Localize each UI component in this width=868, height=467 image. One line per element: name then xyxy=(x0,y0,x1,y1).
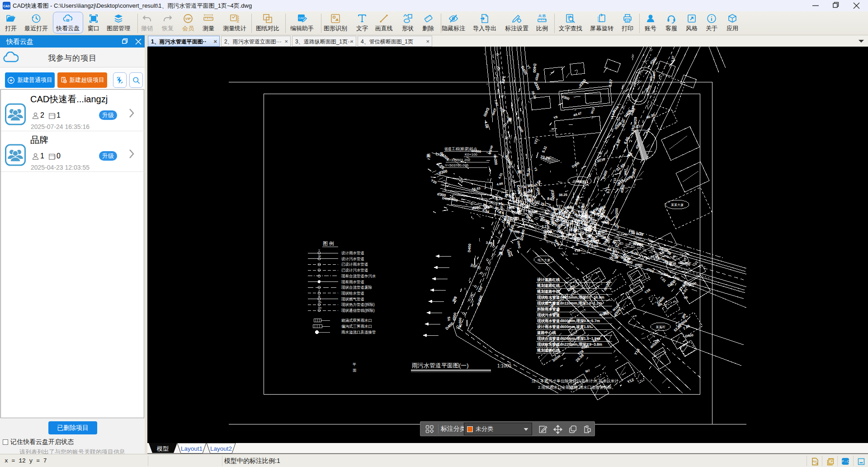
svg-text:D400: D400 xyxy=(449,196,458,203)
svg-text:Y5: Y5 xyxy=(447,316,451,321)
svg-text:现状雨水管道d800mm,埋深0.9~5.7m: 现状雨水管道d800mm,埋深0.9~5.7m xyxy=(537,319,600,323)
svg-text:d300: d300 xyxy=(472,205,481,210)
svg-text:W12: W12 xyxy=(590,107,595,114)
svg-text:D400: D400 xyxy=(532,63,537,73)
svg-text:d300: d300 xyxy=(517,125,524,133)
svg-text:3.99: 3.99 xyxy=(486,241,492,245)
svg-text:7.06: 7.06 xyxy=(437,162,445,170)
svg-text:现有雨水管道: 现有雨水管道 xyxy=(341,280,364,284)
svg-text:W8: W8 xyxy=(681,313,687,319)
svg-text:某某大厦: 某某大厦 xyxy=(671,203,684,207)
svg-text:W27: W27 xyxy=(624,169,627,176)
svg-text:J: J xyxy=(318,289,320,292)
svg-text:VIP: VIP xyxy=(185,17,192,21)
svg-text:8.52: 8.52 xyxy=(547,196,555,201)
svg-text:面: 面 xyxy=(353,368,357,372)
svg-text:指北针: 指北针 xyxy=(632,124,642,129)
svg-text:W2: W2 xyxy=(594,239,600,243)
svg-text:R: R xyxy=(318,295,321,298)
svg-text:d300: d300 xyxy=(438,169,448,175)
svg-text:Dx: Dx xyxy=(318,306,321,309)
svg-text:Layout2: Layout2 xyxy=(210,445,232,452)
svg-text:现状热力管道(拆除): 现状热力管道(拆除) xyxy=(341,302,375,307)
svg-text:d300: d300 xyxy=(561,95,571,101)
svg-text:雨污水管道平面图(一): 雨污水管道平面图(一) xyxy=(412,362,469,369)
svg-text:X=318501.202: X=318501.202 xyxy=(447,158,471,162)
svg-text:4.72: 4.72 xyxy=(645,127,651,134)
svg-text:D400: D400 xyxy=(666,278,676,288)
svg-text:Y27: Y27 xyxy=(533,138,539,145)
svg-text:W7: W7 xyxy=(585,369,590,373)
svg-text:dn200: dn200 xyxy=(614,208,619,219)
svg-text:已设计雨水管道: 已设计雨水管道 xyxy=(341,262,368,267)
svg-text:W28: W28 xyxy=(636,232,644,237)
svg-text:D400: D400 xyxy=(593,222,598,231)
svg-text:注:1.本图尺寸单位除管径以毫米计外,其余以米计。: 注:1.本图尺寸单位除管径以毫米计外,其余以米计。 xyxy=(532,379,623,383)
svg-text:d300: d300 xyxy=(491,108,497,115)
svg-text:现状给水管道dn315mm,埋深0.7~14.9m: 现状给水管道dn315mm,埋深0.7~14.9m xyxy=(537,295,604,300)
svg-text:K0+100: K0+100 xyxy=(465,152,477,157)
svg-text:dn600: dn600 xyxy=(574,195,580,205)
svg-text:省道工程(桥梁)起点: 省道工程(桥梁)起点 xyxy=(444,147,477,151)
svg-text:d300: d300 xyxy=(536,187,541,195)
svg-text:46.23: 46.23 xyxy=(525,168,531,177)
svg-text:Y11: Y11 xyxy=(613,178,617,184)
svg-text:35.91: 35.91 xyxy=(621,119,626,128)
svg-text:d300: d300 xyxy=(543,229,552,234)
svg-text:Y12: Y12 xyxy=(574,248,581,253)
svg-text:D400: D400 xyxy=(571,161,580,169)
svg-text:D400: D400 xyxy=(635,263,642,267)
svg-text:5.11: 5.11 xyxy=(541,145,548,153)
svg-text:4.08: 4.08 xyxy=(484,121,489,129)
svg-text:Layout1: Layout1 xyxy=(181,445,203,452)
svg-text:A:B: A:B xyxy=(538,14,546,18)
svg-text:规划道路红线: 规划道路红线 xyxy=(537,348,560,353)
svg-text:dn300: dn300 xyxy=(577,219,588,224)
svg-text:4.88: 4.88 xyxy=(496,182,503,186)
svg-text:7.01: 7.01 xyxy=(659,276,667,283)
svg-text:PDF: PDF xyxy=(829,458,834,461)
svg-text:现状合流管道d600mm,埋深1.5~1.9m: 现状合流管道d600mm,埋深1.5~1.9m xyxy=(537,336,600,341)
svg-text:56.63: 56.63 xyxy=(472,186,481,191)
svg-text:20.59: 20.59 xyxy=(575,353,585,363)
svg-text:d300: d300 xyxy=(506,249,512,257)
svg-text:d300: d300 xyxy=(646,267,655,274)
svg-text:设计雨水管道: 设计雨水管道 xyxy=(341,251,364,255)
svg-text:44.47: 44.47 xyxy=(573,111,582,117)
svg-text:图 例: 图 例 xyxy=(323,241,334,246)
svg-text:Y20: Y20 xyxy=(477,286,484,293)
svg-text:d300: d300 xyxy=(652,71,656,79)
svg-text:Y3: Y3 xyxy=(533,167,538,172)
svg-text:d300: d300 xyxy=(534,72,540,81)
svg-text:d300: d300 xyxy=(578,78,587,88)
svg-text:拆除雨水管道: 拆除雨水管道 xyxy=(537,307,560,311)
svg-text:d300: d300 xyxy=(583,215,590,218)
svg-text:Y9: Y9 xyxy=(683,295,688,300)
svg-text:W9: W9 xyxy=(527,183,533,188)
svg-text:D400: D400 xyxy=(516,185,522,195)
svg-text:D400: D400 xyxy=(567,284,576,292)
svg-text:雨水溢流口及连接管: 雨水溢流口及连接管 xyxy=(341,330,376,334)
svg-text:D400: D400 xyxy=(517,240,521,248)
svg-text:3.71: 3.71 xyxy=(606,186,610,193)
svg-text:W29: W29 xyxy=(633,117,638,125)
svg-text:D400: D400 xyxy=(482,107,490,118)
svg-text:Y28: Y28 xyxy=(644,288,651,295)
svg-text:现状燃气管道dn110mm,埋深1.0~1.2m: 现状燃气管道dn110mm,埋深1.0~1.2m xyxy=(537,301,602,305)
svg-text:26.30: 26.30 xyxy=(531,91,537,99)
svg-text:Y: Y xyxy=(318,249,320,252)
svg-text:现状通信管线(拆除): 现状通信管线(拆除) xyxy=(341,308,375,313)
svg-text:Y12: Y12 xyxy=(627,377,635,384)
svg-text:dn600: dn600 xyxy=(476,295,484,306)
svg-text:设计雨水管道d600mm,坡度1.5‰: 设计雨水管道d600mm,坡度1.5‰ xyxy=(537,324,593,329)
svg-text:4.99: 4.99 xyxy=(615,138,622,147)
svg-text:CAD: CAD xyxy=(3,5,10,8)
svg-text:平: 平 xyxy=(353,362,356,367)
svg-text:Y9: Y9 xyxy=(553,115,558,120)
svg-text:道路中心线: 道路中心线 xyxy=(537,330,557,335)
svg-text:d300: d300 xyxy=(591,244,599,248)
svg-text:W: W xyxy=(318,255,321,257)
svg-text:4.01: 4.01 xyxy=(498,172,503,179)
svg-text:d300: d300 xyxy=(437,191,446,198)
svg-text:Y20: Y20 xyxy=(430,178,438,185)
